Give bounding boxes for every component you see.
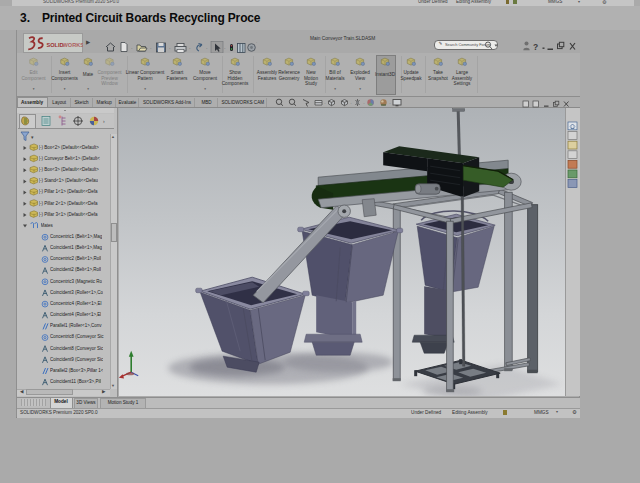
svg-text:·: · (131, 45, 133, 51)
svg-text:·: · (150, 45, 152, 51)
svg-text:·: · (363, 100, 365, 105)
svg-text:·: · (189, 45, 191, 51)
svg-text:·: · (206, 45, 208, 51)
svg-text:?: ? (533, 42, 538, 52)
svg-text:·: · (389, 100, 391, 105)
svg-text:·: · (324, 100, 326, 105)
svg-text:·: · (224, 45, 226, 51)
svg-text:·: · (350, 100, 352, 105)
svg-text:·: · (169, 45, 171, 51)
